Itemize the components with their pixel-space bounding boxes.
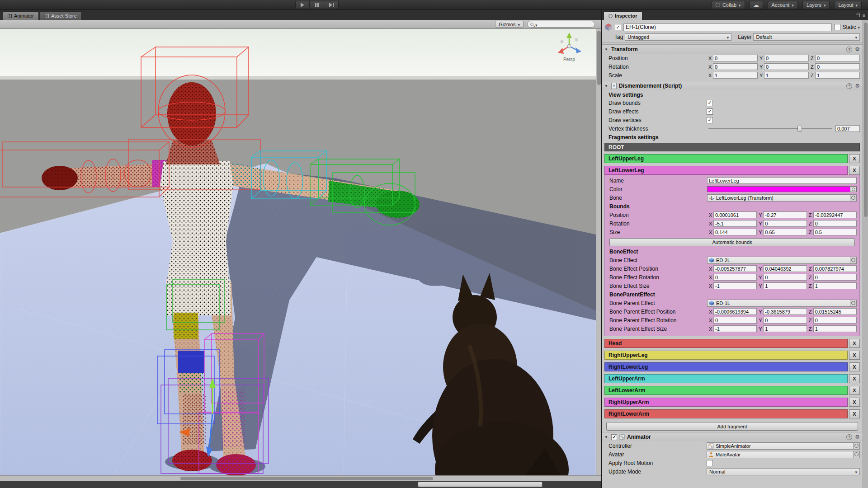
x-field[interactable]: 0.0001061: [713, 211, 757, 218]
remove-fragment-button[interactable]: X: [849, 339, 860, 348]
fragment-color-field[interactable]: [707, 186, 857, 192]
controller-object-field[interactable]: SimpleAnimator: [707, 442, 860, 450]
y-field[interactable]: 0.04046392: [763, 265, 807, 272]
z-field[interactable]: 0: [813, 317, 857, 324]
z-field[interactable]: 0: [813, 274, 857, 281]
z-field[interactable]: 0: [815, 63, 860, 70]
y-field[interactable]: 0.65: [763, 229, 807, 235]
fragment-bar[interactable]: LeftLowerLeg: [604, 166, 848, 175]
fragment-bar[interactable]: Head: [604, 339, 848, 348]
z-field[interactable]: 0.007827974: [813, 265, 857, 272]
collab-button[interactable]: Collab: [712, 1, 745, 9]
remove-fragment-button[interactable]: X: [849, 166, 860, 175]
slider-thumb[interactable]: [797, 126, 802, 131]
remove-fragment-button[interactable]: X: [849, 351, 860, 360]
z-field[interactable]: 1: [813, 325, 857, 332]
fragment-bar[interactable]: RightUpperLeg: [604, 351, 848, 360]
x-field[interactable]: -5.1: [713, 220, 757, 227]
animator-header[interactable]: Animator: [602, 432, 863, 441]
z-field[interactable]: 0.5: [813, 229, 857, 235]
help-icon[interactable]: [846, 434, 852, 440]
avatar-object-field[interactable]: MaleAvatar: [707, 451, 860, 458]
y-field[interactable]: 0: [764, 63, 809, 70]
x-field[interactable]: -0.005257877: [713, 265, 757, 272]
y-field[interactable]: 1: [764, 72, 809, 79]
y-field[interactable]: 0: [764, 55, 809, 61]
y-field[interactable]: 0: [763, 274, 807, 281]
x-field[interactable]: 0: [713, 317, 757, 324]
object-picker-icon[interactable]: [853, 443, 859, 449]
gear-icon[interactable]: [855, 434, 860, 440]
gizmos-dropdown[interactable]: Gizmos: [495, 21, 524, 28]
x-field[interactable]: 0: [713, 274, 757, 281]
remove-fragment-button[interactable]: X: [849, 374, 860, 383]
y-field[interactable]: 1: [763, 325, 807, 332]
fragment-bar[interactable]: LeftUpperLeg: [604, 154, 848, 163]
gameobject-name-field[interactable]: EH-1(Clone): [623, 23, 832, 31]
object-picker-icon[interactable]: [850, 195, 856, 201]
layer-dropdown[interactable]: Default: [753, 33, 860, 41]
chevron-down-icon[interactable]: [858, 24, 860, 30]
scrollbar-thumb[interactable]: [597, 31, 601, 85]
scene-horizontal-scrollbar[interactable]: [0, 475, 601, 481]
y-field[interactable]: 0: [763, 220, 807, 227]
z-field[interactable]: 1: [813, 282, 857, 289]
tag-dropdown[interactable]: Untagged: [625, 33, 731, 41]
static-checkbox[interactable]: [834, 24, 840, 30]
scrollbar-thumb[interactable]: [864, 23, 868, 217]
layout-button[interactable]: Layout: [834, 1, 862, 9]
draw-effects-checkbox[interactable]: [707, 108, 713, 115]
automatic-bounds-button[interactable]: Automatic bounds: [609, 238, 855, 246]
remove-fragment-button[interactable]: X: [849, 362, 860, 371]
x-field[interactable]: 0.144: [713, 229, 757, 235]
add-fragment-button[interactable]: Add fragment: [606, 422, 858, 431]
object-picker-icon[interactable]: [853, 451, 859, 458]
help-icon[interactable]: [846, 83, 852, 89]
y-field[interactable]: -0.3615879: [763, 308, 807, 315]
x-field[interactable]: 1: [713, 72, 758, 79]
z-field[interactable]: 0.01515245: [813, 308, 857, 315]
fragment-root-bar[interactable]: ROOT: [604, 143, 860, 151]
transform-header[interactable]: Transform: [602, 44, 863, 54]
vertex-thickness-value[interactable]: 0.007: [835, 125, 860, 132]
foldout-icon[interactable]: [604, 84, 609, 88]
fragment-bar[interactable]: LeftUpperArm: [604, 374, 848, 383]
menu-icon[interactable]: ≡: [863, 13, 865, 18]
account-button[interactable]: Account: [768, 1, 798, 9]
remove-fragment-button[interactable]: X: [849, 409, 860, 418]
x-field[interactable]: 0: [713, 55, 758, 61]
play-button[interactable]: [295, 1, 310, 9]
object-picker-icon[interactable]: [850, 257, 856, 263]
lock-icon[interactable]: [856, 14, 860, 17]
fragment-bar[interactable]: RightUpperArm: [604, 398, 848, 407]
fragment-name-field[interactable]: LeftLowerLeg: [707, 177, 857, 184]
x-field[interactable]: 0: [713, 63, 758, 70]
gear-icon[interactable]: [855, 46, 860, 52]
gameobject-enabled-checkbox[interactable]: [615, 24, 621, 30]
gear-icon[interactable]: [855, 83, 860, 89]
x-field[interactable]: -0.0006619394: [713, 308, 757, 315]
scene-search[interactable]: [527, 21, 595, 28]
bottom-dropdown[interactable]: [418, 482, 542, 487]
search-input[interactable]: [539, 22, 592, 27]
y-field[interactable]: 0: [763, 317, 807, 324]
draw-bounds-checkbox[interactable]: [707, 100, 713, 106]
remove-fragment-button[interactable]: X: [849, 386, 860, 395]
pause-button[interactable]: [310, 1, 324, 9]
view-orientation-gizmo[interactable]: Persp: [555, 33, 583, 62]
bone-parent-effect-object-field[interactable]: ED-1L: [707, 300, 857, 307]
fragment-bar[interactable]: RightLowerLeg: [604, 362, 848, 371]
y-field[interactable]: -0.27: [763, 211, 807, 218]
fragment-bar[interactable]: RightLowerArm: [604, 409, 848, 418]
scene-vertical-scrollbar[interactable]: [596, 29, 601, 475]
color-picker-icon[interactable]: [850, 187, 856, 192]
layers-button[interactable]: Layers: [802, 1, 830, 9]
object-picker-icon[interactable]: [850, 300, 856, 306]
bone-object-field[interactable]: LeftLowerLeg (Transform): [707, 194, 857, 202]
x-field[interactable]: -1: [713, 325, 757, 332]
dismemberment-header[interactable]: Dismemberment (Script): [602, 81, 863, 90]
tab-asset-store[interactable]: Asset Store: [40, 11, 82, 20]
draw-vertices-checkbox[interactable]: [707, 117, 713, 123]
update-mode-dropdown[interactable]: Normal: [707, 468, 860, 475]
scene-viewport[interactable]: Persp: [0, 29, 596, 475]
